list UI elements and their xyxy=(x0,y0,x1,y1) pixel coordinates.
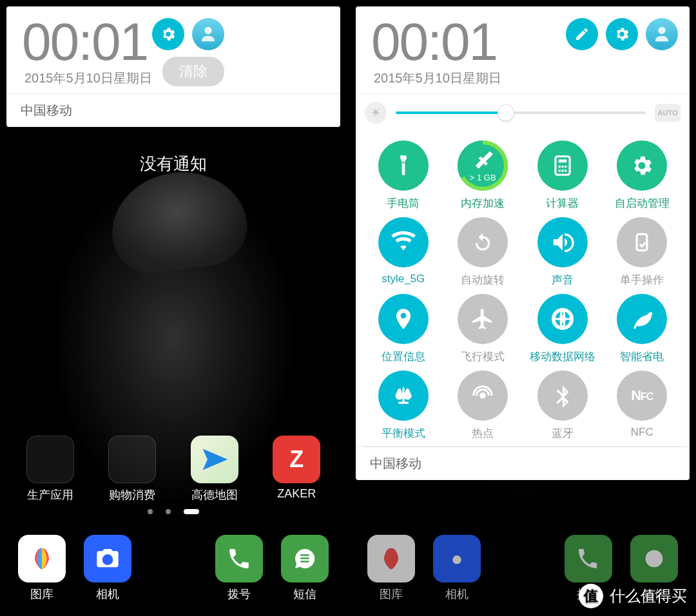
qs-tile-onehand[interactable]: 单手操作 xyxy=(603,217,682,287)
qs-tile-calculator[interactable]: 计算器 xyxy=(523,140,603,211)
profile-avatar[interactable] xyxy=(646,18,678,50)
flashlight-icon xyxy=(378,140,429,191)
dock-dialer[interactable]: 拨号 xyxy=(207,535,271,602)
qs-tile-label: style_5G xyxy=(382,273,425,285)
qs-tile-rotate[interactable]: 自动旋转 xyxy=(443,217,523,287)
qs-tile-label: 计算器 xyxy=(546,196,579,211)
quicksettings-shade: 00:01 2015年5月10日星期日 ☀ AUTO 手电筒> 1 GB内存加速… xyxy=(356,6,690,480)
app-zaker[interactable]: Z ZAKER xyxy=(264,436,329,501)
sound-icon xyxy=(537,217,588,267)
dock: 图库 相机 拨号 短信 xyxy=(0,521,347,616)
watermark: 值 什么值得买 xyxy=(579,584,687,608)
calculator-icon xyxy=(537,140,588,191)
hotspot-icon xyxy=(458,371,508,421)
edit-button[interactable] xyxy=(566,18,598,50)
qs-tile-label: 蓝牙 xyxy=(552,426,574,441)
folder-icon xyxy=(108,436,156,483)
clock-date: 2015年5月10日星期日 xyxy=(22,70,152,87)
qs-tile-label: NFC xyxy=(631,426,653,439)
page-indicator xyxy=(0,509,347,514)
qs-tile-nfc[interactable]: NFCNFC xyxy=(603,371,682,441)
qs-tile-label: 热点 xyxy=(472,426,494,441)
qs-tile-label: 飞行模式 xyxy=(461,349,505,364)
qs-tile-label: 平衡模式 xyxy=(382,426,425,441)
clear-button[interactable]: 清除 xyxy=(162,57,224,86)
screen-notifications: 00:01 2015年5月10日星期日 清除 中国移动 没有通知 生产应用 xyxy=(0,0,347,616)
qs-tile-memory[interactable]: > 1 GB内存加速 xyxy=(443,140,523,211)
app-amap[interactable]: 高德地图 xyxy=(182,436,247,503)
settings-button[interactable] xyxy=(606,18,638,50)
data-icon xyxy=(537,294,588,344)
qs-tile-label: 手电筒 xyxy=(387,196,420,211)
balance-icon xyxy=(378,371,429,421)
svg-point-11 xyxy=(104,557,111,563)
qs-tile-label: 声音 xyxy=(552,273,574,287)
gallery-icon xyxy=(18,535,66,582)
clock-date: 2015年5月10日星期日 xyxy=(371,70,501,87)
message-icon xyxy=(281,535,329,582)
notification-shade: 00:01 2015年5月10日星期日 清除 中国移动 xyxy=(6,6,340,127)
gear-icon xyxy=(617,140,667,191)
qs-tile-label: 位置信息 xyxy=(382,349,425,364)
brightness-row: ☀ AUTO xyxy=(356,93,690,130)
profile-avatar[interactable] xyxy=(192,18,224,50)
no-notification-text: 没有通知 xyxy=(0,153,347,175)
memory-icon: > 1 GB xyxy=(458,140,508,191)
folder-icon xyxy=(26,436,74,483)
zaker-icon: Z xyxy=(273,436,320,483)
rotate-icon xyxy=(458,217,508,267)
qs-tile-label: 内存加速 xyxy=(461,196,505,211)
onehand-icon xyxy=(617,217,667,267)
clock-time: 00:01 xyxy=(371,18,501,66)
dock-messages[interactable]: 短信 xyxy=(273,535,337,602)
qs-tile-label: 自动旋转 xyxy=(461,273,505,287)
dock-camera[interactable]: 相机 xyxy=(75,535,140,602)
qs-tile-hotspot[interactable]: 热点 xyxy=(443,371,523,441)
qs-tile-balance[interactable]: 平衡模式 xyxy=(363,371,443,441)
leaf-icon xyxy=(617,294,667,344)
qs-tile-label: 智能省电 xyxy=(620,349,664,364)
brightness-icon: ☀ xyxy=(365,102,387,124)
nfc-icon: NFC xyxy=(617,371,667,421)
phone-icon xyxy=(215,535,263,582)
app-folder-productivity[interactable]: 生产应用 xyxy=(18,436,82,503)
app-folder-shopping[interactable]: 购物消费 xyxy=(100,436,164,503)
qs-tile-wifi[interactable]: style_5G xyxy=(363,217,443,287)
qs-tile-airplane[interactable]: 飞行模式 xyxy=(443,294,523,364)
qs-tile-label: 移动数据网络 xyxy=(530,349,595,364)
screen-quicksettings: 图库 相机 拨号 短信 00:01 2015年5月10日星期日 ☀ AUTO 手… xyxy=(349,0,696,616)
bluetooth-icon xyxy=(537,371,588,421)
brightness-slider[interactable] xyxy=(396,111,646,114)
dock-gallery[interactable]: 图库 xyxy=(10,535,74,602)
settings-button[interactable] xyxy=(152,18,184,50)
watermark-text: 什么值得买 xyxy=(610,586,687,606)
qs-tile-gear[interactable]: 自启动管理 xyxy=(603,140,682,211)
qs-tile-sound[interactable]: 声音 xyxy=(523,217,603,287)
amap-icon xyxy=(191,436,238,483)
auto-brightness-toggle[interactable]: AUTO xyxy=(655,104,681,122)
qs-tile-label: 自启动管理 xyxy=(615,196,670,211)
camera-icon xyxy=(84,535,131,582)
dock-apps[interactable] xyxy=(141,543,206,594)
quick-settings-grid: 手电筒> 1 GB内存加速计算器自启动管理style_5G自动旋转声音单手操作位… xyxy=(356,130,690,446)
home-row: 生产应用 购物消费 高德地图 Z ZAKER xyxy=(0,436,347,503)
carrier-label: 中国移动 xyxy=(356,447,690,480)
wifi-icon xyxy=(378,217,429,267)
qs-tile-leaf[interactable]: 智能省电 xyxy=(603,294,682,364)
qs-tile-data[interactable]: 移动数据网络 xyxy=(523,294,603,364)
location-icon xyxy=(378,294,429,344)
watermark-icon: 值 xyxy=(579,584,603,608)
qs-tile-bluetooth[interactable]: 蓝牙 xyxy=(523,371,603,441)
carrier-label: 中国移动 xyxy=(6,93,340,127)
airplane-icon xyxy=(458,294,508,344)
qs-tile-location[interactable]: 位置信息 xyxy=(363,294,443,364)
apps-icon xyxy=(150,543,197,590)
qs-tile-label: 单手操作 xyxy=(620,273,664,287)
qs-tile-flashlight[interactable]: 手电筒 xyxy=(363,140,443,211)
clock-time: 00:01 xyxy=(22,18,152,66)
